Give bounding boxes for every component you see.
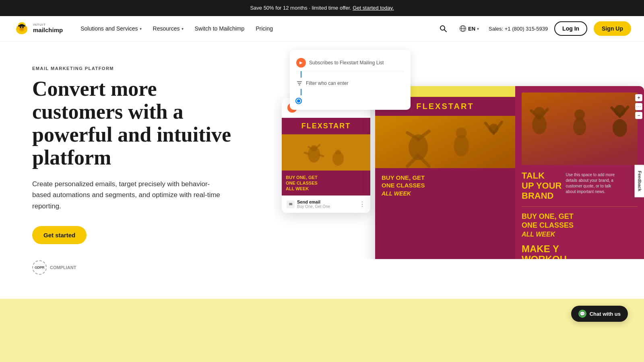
svg-rect-10 (18, 25, 25, 27)
workflow-step-1: ▶ Subscribes to Flexstart Mailing List (296, 55, 404, 71)
zoom-out-button[interactable]: ⋯ (635, 103, 642, 110)
sales-number: Sales: +1 (800) 315-5939 (489, 26, 548, 32)
svg-point-25 (335, 150, 341, 155)
email-large-preview: FLEXSTART (375, 86, 644, 259)
large-all-week: ALL WEEK (382, 190, 509, 197)
chevron-down-icon: ▾ (182, 27, 184, 31)
gdpr-icon: GDPR (32, 260, 47, 275)
zoom-fit-button[interactable]: − (635, 112, 642, 119)
large-buy-text: BUY ONE, GET ONE CLASSES (382, 174, 509, 189)
filter-icon (296, 80, 303, 86)
svg-rect-19 (282, 134, 370, 171)
large-preview-left: FLEXSTART (375, 86, 515, 259)
banner-link[interactable]: Get started today. (353, 5, 394, 11)
logo-link[interactable]: INTUIT mailchimp (13, 20, 63, 37)
chat-icon: 💬 (578, 310, 586, 318)
search-button[interactable] (437, 22, 450, 35)
hero-right: ▶ Subscribes to Flexstart Mailing List F… (274, 42, 644, 259)
email-hero-image (282, 134, 370, 171)
large-right-image (522, 93, 638, 165)
zoom-in-button[interactable]: + (635, 94, 642, 101)
feedback-tab[interactable]: Feedback (635, 165, 644, 197)
nav-switch[interactable]: Switch to Mailchimp (190, 22, 250, 35)
hero-left: EMAIL MARKETING PLATFORM Convert more cu… (0, 42, 274, 299)
signup-button[interactable]: Sign Up (594, 21, 631, 36)
hero-title: Convert more customers with a powerful a… (32, 77, 250, 169)
email-small-card: F Flexstart FLEXSTART (282, 98, 370, 213)
banner-text: Save 50% for 12 months · limited time of… (250, 5, 353, 11)
globe-icon (459, 25, 466, 32)
svg-point-52 (613, 119, 627, 137)
top-banner: Save 50% for 12 months · limited time of… (0, 0, 644, 16)
hero-tag: EMAIL MARKETING PLATFORM (32, 66, 250, 71)
svg-point-6 (22, 27, 24, 28)
large-buy-right-text: BUY ONE, GET ONE CLASSES (522, 212, 638, 230)
large-detail-text: Use this space to add more details about… (566, 172, 622, 201)
svg-point-7 (21, 28, 23, 30)
nav-right: EN ▾ Sales: +1 (800) 315-5939 Log In Sig… (437, 21, 631, 36)
large-talk-text: TALK UP YOUR BRAND (522, 171, 561, 201)
chevron-down-icon: ▾ (140, 27, 142, 31)
navbar: INTUIT mailchimp Solutions and Services … (0, 16, 644, 42)
workflow-step-2: Filter who can enter (296, 78, 404, 89)
get-started-button[interactable]: Get started (32, 226, 87, 244)
chat-button[interactable]: 💬 Chat with us (571, 306, 628, 322)
large-all-week-right: ALL WEEK (522, 231, 638, 238)
chevron-down-icon: ▾ (477, 27, 479, 31)
edit-sidebar: + ⋯ − (634, 93, 644, 121)
large-hero-image (375, 116, 515, 168)
svg-point-9 (25, 26, 27, 29)
email-footer: ✉ Send email Buy One, Get One ⋮ (282, 195, 370, 213)
hero-section: EMAIL MARKETING PLATFORM Convert more cu… (0, 42, 644, 299)
nav-solutions[interactable]: Solutions and Services ▾ (76, 22, 146, 35)
email-brand-name: FLEXSTART (282, 118, 370, 134)
nav-pricing[interactable]: Pricing (251, 22, 278, 35)
workflow-trigger-icon: ▶ (296, 58, 306, 68)
email-previews: F Flexstart FLEXSTART (282, 86, 644, 259)
bottom-section (0, 299, 644, 362)
logo-icon (13, 20, 31, 37)
gdpr-badge: GDPR COMPLIANT (32, 260, 250, 275)
large-brand-name: FLEXSTART (416, 102, 474, 111)
language-selector[interactable]: EN ▾ (456, 23, 482, 34)
email-promo-text: BUY ONE, GET ONE CLASSES ALL WEEK (282, 171, 370, 196)
svg-point-5 (20, 27, 21, 28)
svg-point-48 (573, 118, 586, 136)
login-button[interactable]: Log In (554, 21, 587, 36)
svg-rect-29 (375, 116, 515, 168)
workflow-card: ▶ Subscribes to Flexstart Mailing List F… (290, 50, 411, 110)
svg-line-12 (444, 30, 446, 32)
email-more-options[interactable]: ⋮ (359, 200, 365, 208)
nav-links: Solutions and Services ▾ Resources ▾ Swi… (76, 22, 437, 35)
large-make-text: MAKE Y WORKOU (522, 244, 638, 259)
send-icon: ✉ (287, 200, 295, 208)
nav-resources[interactable]: Resources ▾ (148, 22, 188, 35)
hero-subtitle: Create personalized emails, target preci… (32, 179, 225, 212)
svg-point-8 (17, 26, 19, 29)
search-icon (439, 25, 447, 33)
svg-point-37 (454, 135, 469, 156)
large-preview-right: TALK UP YOUR BRAND Use this space to add… (515, 86, 644, 259)
